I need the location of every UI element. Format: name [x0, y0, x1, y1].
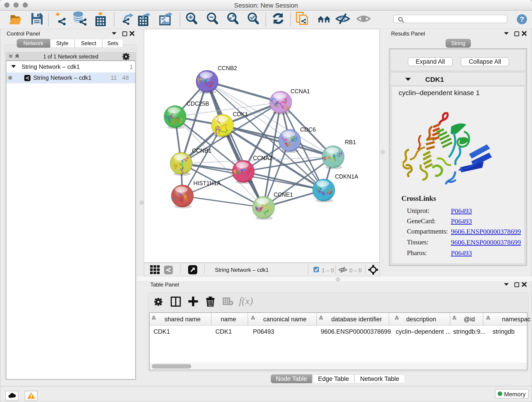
svg-text:CCNA1: CCNA1 [291, 88, 310, 95]
svg-text:CCNB2: CCNB2 [218, 65, 237, 71]
svg-text:HIST1H1A: HIST1H1A [193, 180, 221, 186]
svg-text:CDK1: CDK1 [233, 111, 248, 117]
svg-text:RB1: RB1 [345, 139, 356, 145]
svg-text:CDC25B: CDC25B [186, 100, 209, 107]
svg-text:CCNB1: CCNB1 [192, 147, 211, 154]
svg-text:CCNE1: CCNE1 [273, 191, 293, 198]
svg-text:CDC6: CDC6 [300, 126, 316, 133]
svg-text:CCNA2: CCNA2 [253, 155, 272, 161]
svg-text:CDKN1A: CDKN1A [335, 173, 358, 180]
